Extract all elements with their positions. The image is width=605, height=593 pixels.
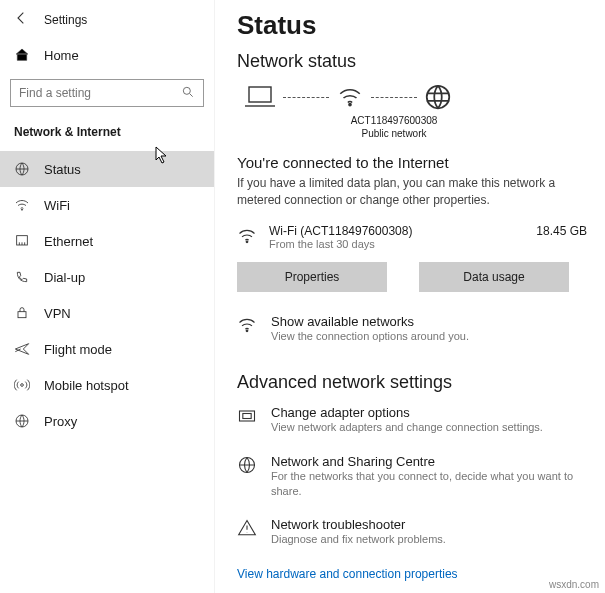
nav-proxy[interactable]: Proxy — [0, 403, 214, 439]
back-icon[interactable] — [14, 10, 30, 29]
svg-point-5 — [21, 384, 24, 387]
svg-rect-4 — [18, 312, 26, 318]
section-title: Network & Internet — [0, 121, 214, 151]
globe-icon — [237, 455, 257, 475]
adapter-icon — [237, 406, 257, 426]
svg-point-0 — [183, 87, 190, 94]
nav-hotspot[interactable]: Mobile hotspot — [0, 367, 214, 403]
adapter-options-row[interactable]: Change adapter options View network adap… — [237, 405, 587, 435]
nav-label: Mobile hotspot — [44, 378, 129, 393]
svg-point-2 — [21, 209, 22, 210]
connected-sub: If you have a limited data plan, you can… — [237, 175, 587, 210]
search-icon — [181, 85, 195, 102]
search-field[interactable] — [19, 86, 159, 100]
window-title: Settings — [44, 13, 87, 27]
status-subhead: Network status — [237, 51, 587, 72]
dash-icon — [283, 97, 329, 98]
option-sub: For the networks that you connect to, de… — [271, 469, 587, 500]
nav-label: Flight mode — [44, 342, 112, 357]
option-title: Network troubleshooter — [271, 517, 446, 532]
option-title: Change adapter options — [271, 405, 543, 420]
hardware-link[interactable]: View hardware and connection properties — [237, 567, 458, 581]
option-sub: View the connection options around you. — [271, 329, 469, 344]
svg-rect-12 — [240, 411, 255, 421]
warning-icon — [237, 518, 257, 538]
nav-label: Status — [44, 162, 81, 177]
show-networks-row[interactable]: Show available networks View the connect… — [237, 314, 587, 344]
option-sub: Diagnose and fix network problems. — [271, 532, 446, 547]
connection-sub: From the last 30 days — [269, 238, 536, 250]
network-id: ACT118497600308 Public network — [215, 114, 587, 140]
connection-name: Wi-Fi (ACT118497600308) — [269, 224, 536, 238]
wifi-icon — [237, 226, 257, 249]
nav-label: Ethernet — [44, 234, 93, 249]
search-input[interactable] — [10, 79, 204, 107]
wifi-icon — [237, 315, 257, 335]
svg-point-8 — [349, 104, 351, 106]
wifi-icon — [335, 84, 365, 110]
nav-flightmode[interactable]: Flight mode — [0, 331, 214, 367]
svg-point-10 — [246, 241, 248, 243]
option-title: Network and Sharing Centre — [271, 454, 587, 469]
svg-point-9 — [427, 86, 450, 109]
svg-rect-13 — [243, 414, 251, 419]
laptop-icon — [243, 84, 277, 110]
connected-message: You're connected to the Internet — [237, 154, 587, 171]
nav-label: VPN — [44, 306, 71, 321]
network-diagram — [237, 82, 587, 112]
nav-status[interactable]: Status — [0, 151, 214, 187]
nav-label: Proxy — [44, 414, 77, 429]
nav-label: Dial-up — [44, 270, 85, 285]
properties-button[interactable]: Properties — [237, 262, 387, 292]
data-usage-button[interactable]: Data usage — [419, 262, 569, 292]
nav-dialup[interactable]: Dial-up — [0, 259, 214, 295]
home-button[interactable]: Home — [0, 39, 214, 71]
watermark: wsxdn.com — [549, 579, 599, 590]
dash-icon — [371, 97, 417, 98]
troubleshooter-row[interactable]: Network troubleshooter Diagnose and fix … — [237, 517, 587, 547]
svg-rect-7 — [249, 87, 271, 102]
advanced-title: Advanced network settings — [237, 372, 587, 393]
nav-label: WiFi — [44, 198, 70, 213]
connection-usage: 18.45 GB — [536, 224, 587, 238]
option-sub: View network adapters and change connect… — [271, 420, 543, 435]
page-title: Status — [237, 10, 587, 41]
option-title: Show available networks — [271, 314, 469, 329]
home-label: Home — [44, 48, 79, 63]
nav-vpn[interactable]: VPN — [0, 295, 214, 331]
globe-icon — [423, 82, 453, 112]
svg-point-11 — [246, 330, 248, 332]
sharing-centre-row[interactable]: Network and Sharing Centre For the netwo… — [237, 454, 587, 500]
nav-ethernet[interactable]: Ethernet — [0, 223, 214, 259]
nav-wifi[interactable]: WiFi — [0, 187, 214, 223]
